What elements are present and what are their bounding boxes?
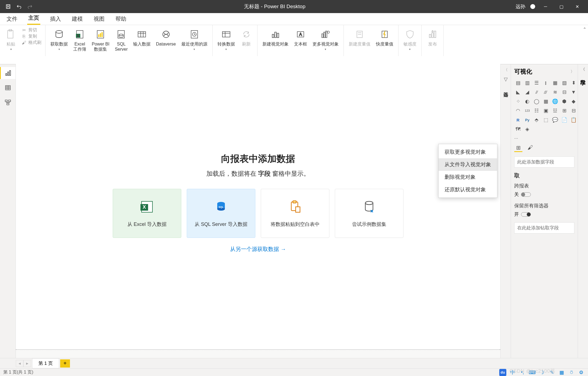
cross-report-toggle[interactable]: 关 bbox=[514, 191, 574, 198]
card-sample[interactable]: 尝试示例数据集 bbox=[335, 189, 403, 238]
enter-data-button[interactable]: 输入数据 bbox=[132, 27, 152, 48]
expand-filters-icon[interactable]: 〈 bbox=[504, 68, 508, 72]
viz-r-icon[interactable]: R bbox=[514, 116, 522, 124]
viz-table-icon[interactable]: ⊞ bbox=[561, 107, 568, 114]
save-icon[interactable] bbox=[4, 3, 12, 10]
ctx-import-from-file[interactable]: 从文件导入视觉对象 bbox=[439, 158, 497, 171]
values-well[interactable]: 此处添加数据字段 bbox=[514, 156, 574, 168]
copy-button[interactable]: ⎘复制 bbox=[21, 34, 41, 39]
ime-person-icon[interactable]: ⍥ bbox=[568, 369, 575, 376]
viz-donut-icon[interactable]: ◯ bbox=[533, 98, 540, 105]
viz-clustered-column-icon[interactable]: ⫿ bbox=[542, 79, 550, 87]
viz-100-bar-icon[interactable]: ▦ bbox=[551, 79, 559, 87]
ctx-get-more-visuals[interactable]: 获取更多视觉对象 bbox=[439, 146, 497, 158]
viz-powerapps-icon[interactable]: ◈ bbox=[523, 125, 531, 133]
other-source-link[interactable]: 从另一个源获取数据 → bbox=[230, 245, 286, 253]
model-view-icon[interactable] bbox=[0, 96, 16, 108]
keep-filters-toggle[interactable]: 开 bbox=[514, 211, 574, 217]
tab-prev-icon[interactable]: ◂ bbox=[16, 360, 23, 367]
publish-button[interactable]: 发布 bbox=[425, 27, 440, 48]
filters-pane-collapsed[interactable]: 〈 ▽ 筛选器 bbox=[500, 64, 511, 358]
viz-card-icon[interactable]: 123 bbox=[523, 107, 531, 114]
add-page-button[interactable]: + bbox=[60, 359, 70, 368]
fields-tab-icon[interactable]: ⊞ bbox=[514, 144, 522, 152]
more-visuals-button[interactable]: 更多视觉对象▾ bbox=[311, 27, 340, 52]
viz-gauge-icon[interactable]: ◠ bbox=[514, 107, 522, 114]
menu-file[interactable]: 文件 bbox=[5, 13, 19, 25]
viz-decomposition-icon[interactable]: ⬚ bbox=[542, 116, 550, 124]
ime-settings-icon[interactable]: ⚙ bbox=[578, 369, 585, 376]
viz-more-icon[interactable]: ··· bbox=[514, 136, 574, 141]
sensitivity-button[interactable]: 敏感度▾ bbox=[402, 27, 418, 52]
format-painter-button[interactable]: 🖌格式刷 bbox=[21, 40, 41, 46]
ctx-remove-visual[interactable]: 删除视觉对象 bbox=[439, 171, 497, 183]
viz-map-icon[interactable]: 🌐 bbox=[551, 98, 559, 105]
viz-narrative-icon[interactable]: 📄 bbox=[561, 116, 568, 124]
viz-stacked-bar-icon[interactable]: ▤ bbox=[514, 79, 522, 87]
card-paste[interactable]: 将数据粘贴到空白表中 bbox=[261, 189, 329, 238]
format-tab-icon[interactable]: 🖌 bbox=[526, 144, 534, 152]
viz-pie-icon[interactable]: ◐ bbox=[523, 98, 531, 105]
viz-ribbon-icon[interactable]: ≋ bbox=[551, 88, 559, 96]
recent-sources-button[interactable]: 最近使用的源▾ bbox=[180, 27, 209, 52]
cut-button[interactable]: ✂剪切 bbox=[21, 27, 41, 33]
close-icon[interactable]: ✕ bbox=[572, 4, 583, 9]
viz-multi-card-icon[interactable]: ☷ bbox=[533, 107, 540, 114]
menu-model[interactable]: 建模 bbox=[71, 13, 84, 25]
viz-line-column-icon[interactable]: ⫽ bbox=[533, 88, 540, 96]
tab-next-icon[interactable]: ▸ bbox=[23, 360, 31, 367]
viz-treemap-icon[interactable]: ▦ bbox=[542, 98, 550, 105]
viz-stacked-column-icon[interactable]: ▥ bbox=[523, 79, 531, 87]
dataverse-button[interactable]: Dataverse bbox=[155, 27, 177, 48]
viz-clustered-bar-icon[interactable]: ☰ bbox=[533, 79, 540, 87]
card-sql[interactable]: SQL从 SQL Server 导入数据 bbox=[187, 189, 255, 238]
menu-help[interactable]: 帮助 bbox=[114, 13, 127, 25]
viz-funnel-icon[interactable]: ▼ bbox=[570, 88, 577, 96]
new-visual-button[interactable]: 新建视觉对象 bbox=[261, 27, 290, 48]
menu-view[interactable]: 视图 bbox=[93, 13, 106, 25]
viz-qa-icon[interactable]: 💬 bbox=[551, 116, 559, 124]
viz-line-clustered-icon[interactable]: ⫻ bbox=[542, 88, 550, 96]
paste-button[interactable]: 粘贴▾ bbox=[4, 27, 18, 52]
ctx-restore-default[interactable]: 还原默认视觉对象 bbox=[439, 183, 497, 196]
viz-line-icon[interactable]: ⬍ bbox=[570, 79, 577, 87]
quick-measure-button[interactable]: 快度量值 bbox=[375, 27, 394, 48]
baidu-ime-icon[interactable]: du bbox=[499, 369, 506, 376]
data-view-icon[interactable] bbox=[0, 82, 16, 94]
refresh-button[interactable]: 刷新 bbox=[239, 27, 253, 48]
sql-button[interactable]: SQL Server bbox=[114, 27, 129, 53]
viz-area-icon[interactable]: ◣ bbox=[514, 88, 522, 96]
get-data-button[interactable]: 获取数据▾ bbox=[49, 27, 69, 52]
excel-button[interactable]: XExcel 工作簿 bbox=[72, 27, 87, 53]
viz-matrix-icon[interactable]: ⊟ bbox=[570, 107, 577, 114]
report-view-icon[interactable] bbox=[0, 67, 16, 79]
ime-grid-icon[interactable]: ▦ bbox=[558, 369, 565, 376]
viz-100-column-icon[interactable]: ▧ bbox=[561, 79, 568, 87]
viz-python-icon[interactable]: Py bbox=[523, 116, 531, 124]
report-canvas[interactable]: 向报表中添加数据 加载后，数据将在 字段 窗格中显示。 X从 Excel 导入数… bbox=[16, 64, 500, 358]
viz-shape-map-icon[interactable]: ◆ bbox=[570, 98, 577, 105]
viz-filled-map-icon[interactable]: ⬢ bbox=[561, 98, 568, 105]
transform-button[interactable]: 转换数据▾ bbox=[216, 27, 236, 52]
card-excel[interactable]: X从 Excel 导入数据 bbox=[113, 189, 181, 238]
ribbon-collapse-icon[interactable]: ⌃ bbox=[583, 27, 586, 32]
redo-icon[interactable] bbox=[26, 3, 34, 10]
drill-well[interactable]: 在此处添加钻取字段 bbox=[514, 222, 574, 234]
undo-icon[interactable] bbox=[15, 3, 23, 10]
minimize-icon[interactable]: ─ bbox=[540, 4, 551, 9]
viz-waterfall-icon[interactable]: ⊟ bbox=[561, 88, 568, 96]
viz-arcgis-icon[interactable]: 🗺 bbox=[514, 125, 522, 133]
menu-insert[interactable]: 插入 bbox=[49, 13, 62, 25]
expand-fields-icon[interactable]: 《 bbox=[581, 67, 585, 72]
maximize-icon[interactable]: ▢ bbox=[556, 4, 567, 9]
avatar[interactable] bbox=[530, 4, 535, 9]
user-name[interactable]: 远孙 bbox=[516, 3, 525, 10]
viz-paginated-icon[interactable]: 📋 bbox=[570, 116, 577, 124]
pbi-dataset-button[interactable]: Power BI 数据集 bbox=[91, 27, 111, 53]
new-measure-button[interactable]: 新建度量值 bbox=[348, 27, 372, 48]
textbox-button[interactable]: A文本框 bbox=[293, 27, 308, 48]
viz-key-influencers-icon[interactable]: ⬘ bbox=[533, 116, 540, 124]
collapse-viz-icon[interactable]: 〉 bbox=[571, 69, 574, 74]
menu-home[interactable]: 主页 bbox=[27, 11, 40, 25]
viz-slicer-icon[interactable]: ☳ bbox=[551, 107, 559, 114]
